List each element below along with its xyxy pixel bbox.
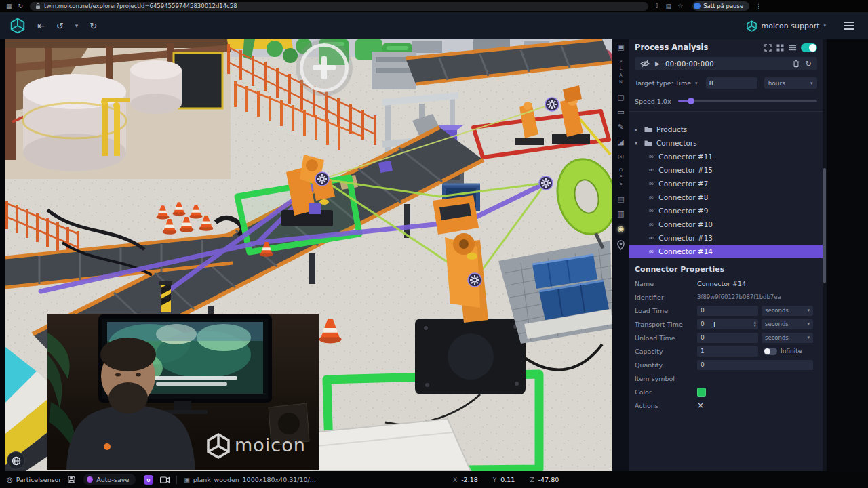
- formula-icon[interactable]: (x): [618, 154, 624, 159]
- chevron-down-icon[interactable]: ▾: [75, 22, 79, 29]
- capacity-input[interactable]: [697, 346, 758, 357]
- quantity-input[interactable]: [697, 360, 813, 370]
- chevron-down-icon: ▾: [823, 23, 826, 28]
- transport-time-unit-select[interactable]: seconds ▾: [762, 319, 813, 329]
- unload-time-input[interactable]: [697, 333, 758, 343]
- package-icon[interactable]: ▤: [617, 195, 624, 203]
- browser-address-bar[interactable]: twin.moicon.net/explorer?projectId=64594…: [30, 2, 648, 11]
- link-icon: ∞: [648, 207, 654, 214]
- stepper-icon[interactable]: ▲▼: [754, 321, 756, 327]
- link-icon: ∞: [648, 194, 654, 201]
- cube-icon[interactable]: ▢: [617, 94, 624, 101]
- viewport-3d: moicon: [5, 39, 612, 471]
- tool-strip: ▣ PLAN ▢ ▭ ✎ ◪ (x) OPS ▤ ▥ ◉: [612, 39, 629, 471]
- playback-bar: ▶ 00:00:00:000 ↻: [635, 57, 817, 70]
- add-object-button[interactable]: [300, 43, 349, 92]
- autosave-toggle[interactable]: Auto-save: [83, 474, 136, 485]
- target-unit-select[interactable]: hours ▾: [764, 77, 817, 89]
- camera-button[interactable]: [160, 476, 170, 483]
- connector-item[interactable]: ∞Connector #8: [629, 190, 823, 204]
- plan-section-label: PLAN: [618, 59, 624, 86]
- remove-action-icon[interactable]: ×: [697, 401, 704, 409]
- connector-item[interactable]: ∞Connector #15: [629, 163, 823, 177]
- speed-slider[interactable]: [678, 100, 817, 102]
- selected-asset[interactable]: ▣ plank_wooden_1000x180x40.31/10/...: [184, 476, 316, 483]
- save-button[interactable]: [68, 476, 75, 483]
- list-icon[interactable]: [789, 45, 796, 51]
- infinite-label: Infinite: [781, 348, 802, 354]
- connector-item[interactable]: ∞Connector #14: [629, 245, 823, 258]
- tree-node-products[interactable]: ▸ Products: [629, 123, 823, 136]
- globe-button[interactable]: [7, 451, 25, 470]
- pause-button[interactable]: Satt på pause: [692, 1, 749, 11]
- apps-icon[interactable]: ▦: [6, 3, 12, 9]
- load-time-input[interactable]: [697, 306, 758, 316]
- tree-node-connectors[interactable]: ▾ Connectors: [629, 136, 823, 150]
- grid-icon[interactable]: [776, 44, 784, 52]
- load-time-label: Load Time: [635, 307, 697, 314]
- text-cursor: I: [713, 321, 718, 329]
- item-symbol-label: Item symbol: [635, 375, 697, 382]
- target-type-label[interactable]: Target type: Time: [635, 79, 691, 87]
- color-swatch[interactable]: [697, 388, 706, 396]
- transport-time-input[interactable]: [697, 319, 758, 329]
- expand-icon[interactable]: [764, 44, 772, 52]
- account-label: moicon support: [762, 22, 820, 30]
- connector-list: ∞Connector #11∞Connector #15∞Connector #…: [629, 150, 823, 258]
- chevron-right-icon: ▸: [635, 127, 640, 133]
- chevron-down-icon: ▾: [807, 335, 810, 340]
- menu-icon[interactable]: [844, 22, 854, 30]
- object-tree: ▸ Products ▾ Connectors ∞Connector #11∞C…: [629, 123, 823, 258]
- play-button[interactable]: ▶: [655, 61, 660, 67]
- color-label: Color: [635, 388, 697, 396]
- bulb-icon[interactable]: ◉: [618, 225, 625, 232]
- eraser-icon[interactable]: ◪: [617, 138, 624, 146]
- layers-icon[interactable]: ▣: [617, 43, 624, 51]
- connector-item[interactable]: ∞Connector #7: [629, 177, 823, 190]
- eye-off-icon[interactable]: [640, 60, 650, 68]
- sensor-item[interactable]: ◎ Particelsensor: [7, 476, 61, 483]
- refresh-icon[interactable]: ↻: [806, 60, 812, 68]
- pencil-icon[interactable]: ✎: [618, 123, 624, 131]
- url-text: twin.moicon.net/explorer?projectId=64594…: [44, 3, 237, 9]
- account-menu[interactable]: moicon support ▾: [746, 20, 827, 32]
- star-icon[interactable]: ☆: [677, 3, 683, 9]
- status-bar: ◎ Particelsensor Auto-save ∪ ▣ plank_woo…: [0, 471, 868, 488]
- target-unit-value: hours: [768, 80, 785, 87]
- pin-icon[interactable]: [617, 240, 625, 250]
- slider-knob[interactable]: [688, 98, 694, 104]
- connector-item[interactable]: ∞Connector #13: [629, 231, 823, 245]
- z-value: -47.80: [538, 476, 559, 483]
- overflow-menu-icon[interactable]: ⋮: [755, 3, 762, 9]
- roller-icon[interactable]: ▭: [617, 108, 624, 116]
- divider: [176, 476, 177, 484]
- streaming-app-icon[interactable]: ∪: [144, 475, 153, 485]
- unload-time-label: Unload Time: [635, 334, 697, 342]
- unload-time-unit-select[interactable]: seconds ▾: [762, 333, 813, 343]
- infinite-toggle[interactable]: [764, 348, 777, 355]
- back-icon[interactable]: ⇤: [37, 21, 45, 31]
- unit-value: seconds: [765, 321, 789, 327]
- link-icon: ∞: [648, 167, 654, 174]
- trash-icon[interactable]: [793, 60, 800, 68]
- load-time-unit-select[interactable]: seconds ▾: [762, 306, 813, 316]
- connector-item[interactable]: ∞Connector #9: [629, 204, 823, 218]
- link-icon: ∞: [648, 235, 654, 241]
- undo-icon[interactable]: ↺: [56, 21, 64, 31]
- scrollbar-thumb[interactable]: [823, 168, 826, 283]
- prop-row-item-symbol: Item symbol: [629, 371, 823, 385]
- connector-item[interactable]: ∞Connector #11: [629, 150, 823, 163]
- autosave-label: Auto-save: [96, 476, 129, 483]
- target-value-input[interactable]: [706, 77, 757, 89]
- reading-list-icon[interactable]: ▤: [666, 3, 672, 9]
- quantity-label: Quantity: [635, 361, 697, 369]
- connector-item[interactable]: ∞Connector #10: [629, 218, 823, 231]
- clipboard-icon[interactable]: ▥: [617, 210, 624, 218]
- panel-toggle[interactable]: [801, 43, 817, 52]
- redo-icon[interactable]: ↻: [90, 21, 97, 31]
- connector-item-label: Connector #9: [658, 207, 708, 215]
- reload-icon[interactable]: ↻: [18, 3, 24, 9]
- link-icon: ∞: [648, 248, 654, 255]
- download-icon[interactable]: ⇩: [654, 3, 660, 9]
- folder-icon: [644, 140, 652, 146]
